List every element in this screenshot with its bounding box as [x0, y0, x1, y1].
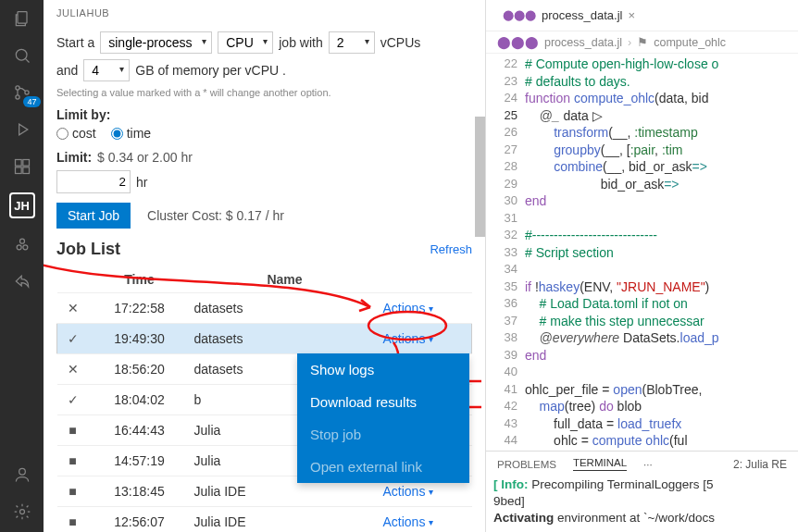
status-icon: ■	[57, 476, 89, 507]
juliahub-panel: JULIAHUB Start a single-process CPU job …	[44, 0, 486, 532]
job-time: 18:04:02	[89, 385, 191, 415]
svg-point-10	[22, 245, 27, 250]
svg-rect-5	[15, 160, 21, 167]
terminal-output[interactable]: [ Info: Precompiling TerminalLoggers [5 …	[486, 475, 798, 532]
radio-cost[interactable]: cost	[56, 126, 96, 141]
status-icon: ✓	[57, 385, 89, 415]
hint-text: Selecting a value marked with a * will c…	[56, 87, 472, 98]
tab-problems[interactable]: PROBLEMS	[497, 459, 556, 470]
files-icon[interactable]	[11, 7, 33, 30]
panel-title: JULIAHUB	[44, 0, 485, 22]
code-editor[interactable]: 2223242526272829303132333435363738394041…	[486, 54, 798, 451]
breadcrumb[interactable]: ⬤⬤⬤ process_data.jl › ⚑ compute_ohlc	[486, 31, 798, 54]
job-time: 19:49:30	[89, 324, 191, 354]
search-icon[interactable]	[11, 44, 33, 67]
julia-icon[interactable]	[11, 233, 33, 255]
memory-select[interactable]: 4	[83, 59, 130, 81]
process-mode-select[interactable]: single-process	[100, 31, 212, 54]
svg-rect-7	[15, 167, 21, 174]
source-control-icon[interactable]	[11, 81, 33, 104]
settings-icon[interactable]	[11, 501, 33, 523]
svg-point-2	[15, 86, 19, 90]
svg-point-13	[19, 510, 24, 514]
close-icon[interactable]: ×	[628, 8, 635, 22]
share-icon[interactable]	[11, 270, 33, 292]
limit-by-label: Limit by:	[56, 107, 472, 122]
status-icon: ■	[57, 507, 89, 533]
account-icon[interactable]	[11, 464, 33, 486]
label: GB of memory per vCPU .	[135, 63, 286, 78]
svg-point-12	[19, 468, 25, 475]
radio-time[interactable]: time	[111, 126, 151, 141]
actions-button[interactable]: Actions ▾	[383, 484, 434, 499]
job-time: 18:56:20	[89, 354, 191, 385]
table-row[interactable]: ■ 12:56:07 Julia IDE Actions ▾	[57, 507, 472, 533]
limit-input[interactable]	[56, 170, 131, 193]
actions-button[interactable]: Actions ▾	[383, 514, 434, 529]
terminal-panel: PROBLEMS TERMINAL ··· 2: Julia RE [ Info…	[486, 451, 798, 532]
job-list-title: Job List	[56, 240, 120, 259]
label: job with	[279, 35, 322, 50]
menu-open-external[interactable]: Open external link	[297, 451, 469, 483]
status-icon: ■	[57, 415, 89, 446]
status-icon: ■	[57, 446, 89, 476]
cluster-cost: Cluster Cost: $ 0.17 / hr	[147, 208, 284, 223]
svg-rect-0	[18, 12, 27, 24]
tab-process-data[interactable]: ⬤⬤⬤ process_data.jl ×	[495, 0, 642, 31]
editor-area: ⬤⬤⬤ process_data.jl × ⬤⬤⬤ process_data.j…	[486, 0, 798, 532]
limit-unit: hr	[136, 175, 147, 190]
scrollbar[interactable]	[475, 117, 485, 237]
menu-download-results[interactable]: Download results	[297, 386, 469, 418]
job-time: 16:44:43	[89, 415, 191, 446]
debug-icon[interactable]	[11, 118, 33, 141]
actions-button[interactable]: Actions ▾	[383, 331, 434, 346]
status-icon: ✕	[57, 354, 89, 385]
label: vCPUs	[380, 35, 421, 50]
label: and	[56, 63, 78, 78]
job-name: datasets	[191, 324, 380, 354]
tab-more[interactable]: ···	[643, 459, 653, 470]
limit-desc: $ 0.34 or 2.00 hr	[97, 150, 193, 165]
job-time: 12:56:07	[89, 507, 191, 533]
label: Start a	[56, 35, 94, 50]
svg-point-3	[15, 95, 19, 99]
job-name: datasets	[191, 293, 380, 324]
th-name: Name	[191, 266, 380, 293]
job-time: 14:57:19	[89, 446, 191, 476]
tab-terminal[interactable]: TERMINAL	[573, 457, 627, 471]
menu-show-logs[interactable]: Show logs	[297, 353, 469, 386]
table-row[interactable]: ✓ 19:49:30 datasets Actions ▾	[57, 324, 472, 354]
editor-tabs: ⬤⬤⬤ process_data.jl ×	[486, 0, 798, 31]
compute-select[interactable]: CPU	[218, 31, 273, 54]
svg-point-11	[19, 239, 24, 243]
refresh-link[interactable]: Refresh	[430, 242, 472, 256]
status-icon: ✓	[57, 324, 89, 354]
th-time: Time	[89, 266, 191, 293]
vcpus-select[interactable]: 2	[329, 31, 375, 54]
job-name: Julia IDE	[191, 507, 380, 533]
svg-point-4	[24, 91, 28, 94]
julia-file-icon: ⬤⬤⬤	[503, 9, 536, 21]
status-icon: ✕	[57, 293, 89, 324]
svg-point-9	[17, 245, 21, 250]
svg-point-1	[16, 49, 27, 60]
svg-rect-8	[22, 167, 29, 174]
start-job-button[interactable]: Start Job	[56, 203, 131, 229]
actions-dropdown: Show logs Download results Stop job Open…	[297, 353, 469, 483]
svg-rect-6	[22, 160, 29, 167]
juliahub-icon[interactable]: JH	[9, 192, 35, 218]
menu-stop-job[interactable]: Stop job	[297, 418, 469, 451]
job-time: 13:18:45	[89, 476, 191, 507]
terminal-selector[interactable]: 2: Julia RE	[733, 458, 787, 471]
actions-button[interactable]: Actions ▾	[383, 301, 434, 315]
job-time: 17:22:58	[89, 293, 191, 324]
table-row[interactable]: ✕ 17:22:58 datasets Actions ▾	[57, 293, 472, 324]
limit-label: Limit:	[56, 150, 92, 165]
activity-bar: JH	[0, 0, 44, 532]
extensions-icon[interactable]	[11, 155, 33, 178]
